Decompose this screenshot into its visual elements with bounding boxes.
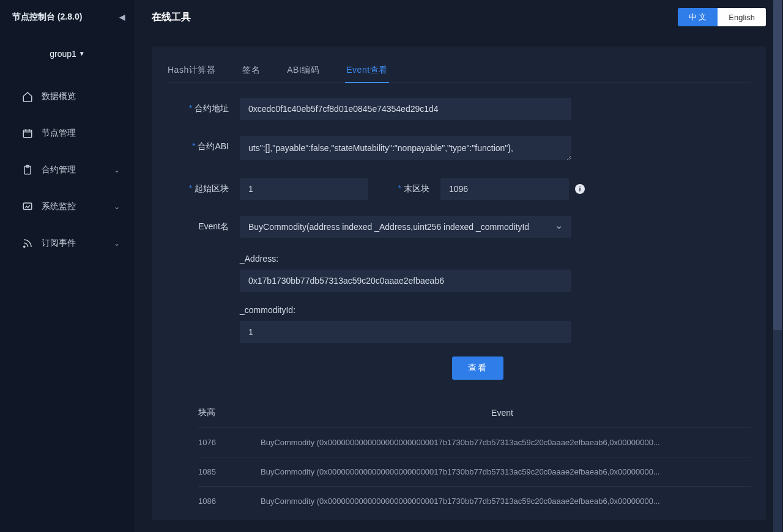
nav-label: 节点管理 (42, 128, 76, 139)
sidebar: 节点控制台 (2.8.0) ◀ group1 ▼ 数据概览 节点管理 (0, 0, 135, 532)
table-row[interactable]: 1085 BuyCommodity (0x0000000000000000000… (198, 457, 751, 486)
scrollbar-thumb[interactable] (773, 0, 782, 330)
card: Hash计算器 签名 ABI编码 Event查看 合约地址 合约ABI uts"… (152, 46, 766, 520)
collapse-icon[interactable]: ◀ (119, 13, 125, 21)
start-block-label: 起始区块 (166, 178, 240, 194)
nav-item-overview[interactable]: 数据概览 (0, 78, 135, 115)
event-name-label: Event名 (166, 216, 240, 232)
event-form: 合约地址 合约ABI uts":[],"payable":false,"stat… (166, 83, 751, 515)
nav-label: 数据概览 (42, 91, 76, 102)
tab-abi[interactable]: ABI编码 (286, 59, 321, 83)
param-commodity-input[interactable] (240, 321, 571, 343)
cell-block: 1076 (198, 438, 253, 447)
info-icon[interactable]: i (575, 184, 585, 194)
end-block-input[interactable] (440, 178, 569, 200)
svg-rect-3 (23, 203, 32, 210)
home-icon (22, 91, 33, 102)
col-event-header: Event (253, 408, 751, 418)
caret-down-icon: ▼ (79, 50, 85, 57)
nav-item-contracts[interactable]: 合约管理 ⌄ (0, 152, 135, 188)
brand-header: 节点控制台 (2.8.0) ◀ (0, 0, 135, 34)
results-table: 块高 Event 1076 BuyCommodity (0x0000000000… (198, 398, 751, 515)
chevron-down-icon: ⌄ (114, 166, 120, 174)
nav-label: 系统监控 (42, 201, 76, 212)
tabs: Hash计算器 签名 ABI编码 Event查看 (166, 46, 751, 83)
param-commodity-label: _commodityId: (240, 305, 751, 315)
nav-item-subscribe[interactable]: 订阅事件 ⌄ (0, 225, 135, 262)
cell-event: BuyCommodity (0x000000000000000000000000… (253, 467, 751, 476)
chevron-down-icon: ⌄ (114, 239, 120, 248)
lang-zh-button[interactable]: 中 文 (678, 8, 718, 26)
rss-icon (22, 238, 33, 249)
contract-address-input[interactable] (240, 98, 571, 120)
brand-title: 节点控制台 (2.8.0) (12, 12, 82, 23)
table-row[interactable]: 1076 BuyCommodity (0x0000000000000000000… (198, 427, 751, 457)
svg-point-4 (24, 246, 25, 247)
cell-event: BuyCommodity (0x000000000000000000000000… (253, 438, 751, 447)
topbar: 在线工具 中 文 English (135, 0, 783, 34)
chevron-down-icon: ⌄ (114, 202, 120, 211)
contract-address-label: 合约地址 (166, 98, 240, 114)
cell-event: BuyCommodity (0x000000000000000000000000… (253, 497, 751, 506)
cell-block: 1086 (198, 497, 253, 506)
tab-event[interactable]: Event查看 (345, 59, 388, 83)
table-row[interactable]: 1086 BuyCommodity (0x0000000000000000000… (198, 486, 751, 515)
start-block-input[interactable] (240, 178, 368, 200)
contract-abi-textarea[interactable]: uts":[],"payable":false,"stateMutability… (240, 136, 571, 160)
param-address-input[interactable] (240, 270, 571, 292)
tab-hash[interactable]: Hash计算器 (166, 59, 217, 83)
tab-sign[interactable]: 签名 (241, 59, 261, 83)
nav-label: 合约管理 (42, 164, 76, 175)
group-name: group1 (50, 49, 76, 59)
clipboard-icon (22, 164, 33, 175)
event-name-select[interactable]: BuyCommodity(address indexed _Address,ui… (240, 216, 571, 238)
lang-en-button[interactable]: English (718, 8, 766, 26)
nav: 数据概览 节点管理 合约管理 ⌄ 系统监控 ⌄ (0, 73, 135, 262)
param-address-label: _Address: (240, 254, 751, 264)
svg-rect-0 (23, 130, 32, 138)
end-block-label: 末区块 (368, 183, 440, 194)
main: 在线工具 中 文 English Hash计算器 签名 ABI编码 Event查… (135, 0, 783, 532)
nav-item-nodes[interactable]: 节点管理 (0, 115, 135, 152)
language-switch: 中 文 English (678, 8, 766, 26)
group-selector[interactable]: group1 ▼ (0, 34, 135, 73)
col-block-header: 块高 (198, 407, 253, 418)
contract-abi-label: 合约ABI (166, 136, 240, 152)
cell-block: 1085 (198, 467, 253, 476)
monitor-icon (22, 201, 33, 212)
nav-item-monitor[interactable]: 系统监控 ⌄ (0, 188, 135, 225)
page-title: 在线工具 (152, 11, 191, 24)
table-header: 块高 Event (198, 398, 751, 427)
nav-label: 订阅事件 (42, 238, 76, 249)
calendar-icon (22, 128, 33, 139)
submit-button[interactable]: 查看 (452, 357, 503, 380)
